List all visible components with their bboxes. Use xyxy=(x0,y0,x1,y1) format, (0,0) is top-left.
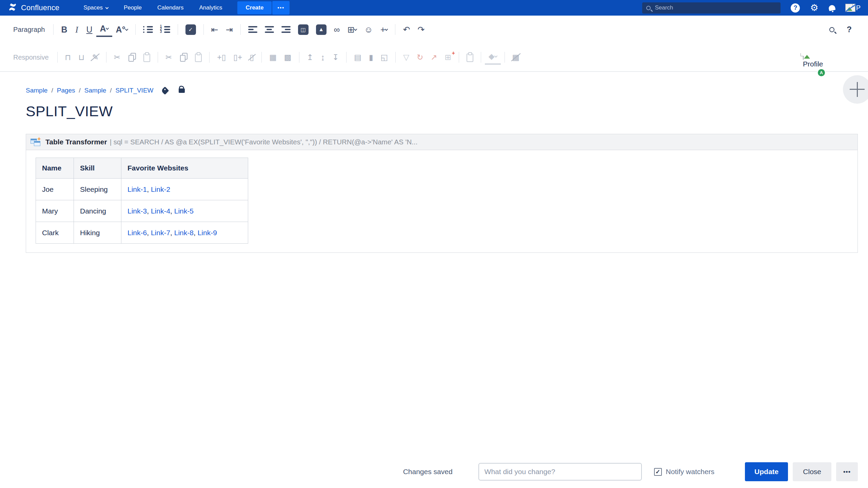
highlight-cell-button[interactable]: ◱ xyxy=(377,50,392,65)
numbered-list-button[interactable] xyxy=(157,22,174,37)
filter-table-button[interactable]: ▽ xyxy=(399,50,413,65)
indent-button[interactable]: ⇥ xyxy=(222,22,237,37)
insert-column-before-button[interactable]: +▯ xyxy=(213,50,230,65)
emoji-button[interactable]: ☺ xyxy=(360,22,377,37)
paste-row-button[interactable] xyxy=(140,50,154,65)
footer-more-button[interactable]: ••• xyxy=(836,462,858,481)
table-link[interactable]: Link-3 xyxy=(127,207,147,215)
italic-button[interactable]: I xyxy=(71,22,82,37)
nav-item-people[interactable]: People xyxy=(116,4,150,11)
insert-image-button[interactable]: ▲ xyxy=(312,22,330,37)
table-link[interactable]: Link-8 xyxy=(174,229,194,237)
toolbar-separator xyxy=(57,52,58,63)
task-list-button[interactable]: ✓ xyxy=(182,22,200,37)
insert-row-above-button[interactable]: ⊓ xyxy=(61,50,75,65)
breadcrumb-link[interactable]: Sample xyxy=(84,87,106,94)
cell-skill: Sleeping xyxy=(74,179,121,200)
header-row-button[interactable]: ▦ xyxy=(265,50,280,65)
bold-button[interactable]: B xyxy=(57,22,71,37)
macro-header[interactable]: + Table Transformer | sql = SEARCH / AS … xyxy=(26,134,857,150)
editor-help-icon[interactable]: ? xyxy=(847,25,852,34)
chevron-down-icon xyxy=(125,27,128,31)
table-link[interactable]: Link-1 xyxy=(127,185,147,193)
cut-row-button[interactable]: ✂ xyxy=(110,50,124,65)
confluence-home-link[interactable]: Confluence xyxy=(7,2,59,13)
align-center-button[interactable] xyxy=(261,22,278,37)
formatting-more-dropdown[interactable]: A° xyxy=(112,22,132,37)
table-link[interactable]: Link-4 xyxy=(151,207,170,215)
align-bottom-button[interactable]: ↧ xyxy=(329,50,342,65)
delete-column-button[interactable]: ▯ xyxy=(246,50,258,65)
align-top-button[interactable]: ↥ xyxy=(303,50,317,65)
breadcrumb: Sample/Pages/Sample/SPLIT_VIEW xyxy=(26,87,868,94)
nav-item-analytics[interactable]: Analytics xyxy=(191,4,230,11)
nav-item-spaces[interactable]: Spaces xyxy=(76,4,116,11)
labels-tag-icon[interactable] xyxy=(161,86,169,95)
insert-table-dropdown[interactable]: ⊞ xyxy=(343,22,360,37)
table-link[interactable]: Link-7 xyxy=(151,229,170,237)
header-column-button[interactable]: ▮ xyxy=(365,50,377,65)
pivot-table-button[interactable]: ↻ xyxy=(413,50,427,65)
insert-column-after-button[interactable]: ▯+ xyxy=(230,50,246,65)
align-middle-button[interactable]: ↨ xyxy=(317,50,329,65)
nav-item-calendars[interactable]: Calendars xyxy=(150,4,192,11)
breadcrumb-link[interactable]: SPLIT_VIEW xyxy=(116,87,154,94)
breadcrumb-link[interactable]: Sample xyxy=(26,87,47,94)
insert-more-dropdown[interactable]: + xyxy=(377,22,392,37)
cut-button[interactable]: ✂ xyxy=(162,50,176,65)
table-link[interactable]: Link-5 xyxy=(174,207,194,215)
create-button[interactable]: Create xyxy=(237,1,272,14)
copy-row-button[interactable] xyxy=(124,50,140,65)
cell-skill: Hiking xyxy=(74,222,121,244)
paragraph-style-dropdown[interactable]: Paragraph xyxy=(9,22,50,37)
copy-button[interactable] xyxy=(176,50,191,65)
align-right-button[interactable] xyxy=(278,22,294,37)
table-link[interactable]: Link-9 xyxy=(198,229,217,237)
outdent-button[interactable]: ⇤ xyxy=(208,22,222,37)
profile-broken-image[interactable]: Profile A xyxy=(803,54,840,68)
insert-link-button[interactable]: ∞ xyxy=(330,22,344,37)
table-link[interactable]: Link-2 xyxy=(151,185,170,193)
update-button[interactable]: Update xyxy=(745,462,788,481)
bullet-list-button[interactable] xyxy=(139,22,157,37)
table-transformer-icon: + xyxy=(31,137,42,147)
import-table-button[interactable] xyxy=(463,50,477,65)
undo-button[interactable]: ↶ xyxy=(399,22,414,37)
cell-links: Link-3, Link-4, Link-5 xyxy=(121,200,248,222)
notify-watchers-checkbox[interactable]: ✓ xyxy=(654,468,662,476)
breadcrumb-link[interactable]: Pages xyxy=(57,87,75,94)
close-button[interactable]: Close xyxy=(793,462,831,481)
page-title[interactable]: SPLIT_VIEW xyxy=(26,103,868,120)
header-cells-button[interactable]: ▤ xyxy=(350,50,365,65)
nav-more-button[interactable]: ••• xyxy=(272,1,290,15)
toolbar-separator xyxy=(53,24,54,35)
global-search[interactable] xyxy=(642,2,781,14)
notify-watchers-label[interactable]: Notify watchers xyxy=(666,468,715,476)
search-input[interactable] xyxy=(655,4,776,11)
notifications-bell-icon[interactable] xyxy=(828,4,835,11)
remove-table-button[interactable]: ▦ xyxy=(509,50,524,65)
user-avatar[interactable]: P xyxy=(845,4,861,12)
text-color-dropdown[interactable]: A xyxy=(96,22,112,37)
table-link[interactable]: Link-6 xyxy=(127,229,147,237)
find-replace-icon[interactable] xyxy=(829,27,834,32)
insert-row-below-button[interactable]: ⊔ xyxy=(75,50,88,65)
underline-button[interactable]: U xyxy=(82,22,96,37)
add-transformer-button[interactable]: ⊞+ xyxy=(441,50,455,65)
unlock-icon[interactable] xyxy=(179,88,185,93)
version-comment-input[interactable] xyxy=(478,463,642,481)
page-plus-button[interactable] xyxy=(843,75,868,104)
edit-disabled-button[interactable]: ✎ xyxy=(88,50,102,65)
align-left-button[interactable] xyxy=(244,22,261,37)
redo-button[interactable]: ↷ xyxy=(414,22,428,37)
avatar-alt-text: P xyxy=(856,4,861,12)
table-mode-dropdown[interactable]: Responsive xyxy=(9,50,54,65)
table-grid-button[interactable]: ▩ xyxy=(280,50,295,65)
settings-gear-icon[interactable]: ⚙ xyxy=(810,3,818,13)
cell-color-dropdown[interactable]: ◆ xyxy=(485,50,501,65)
help-icon[interactable]: ? xyxy=(791,3,800,13)
chart-from-table-button[interactable]: ↗ xyxy=(427,50,441,65)
paste-button[interactable] xyxy=(191,50,205,65)
page-layout-button[interactable]: ◫ xyxy=(294,22,312,37)
toolbar-separator xyxy=(346,52,347,63)
